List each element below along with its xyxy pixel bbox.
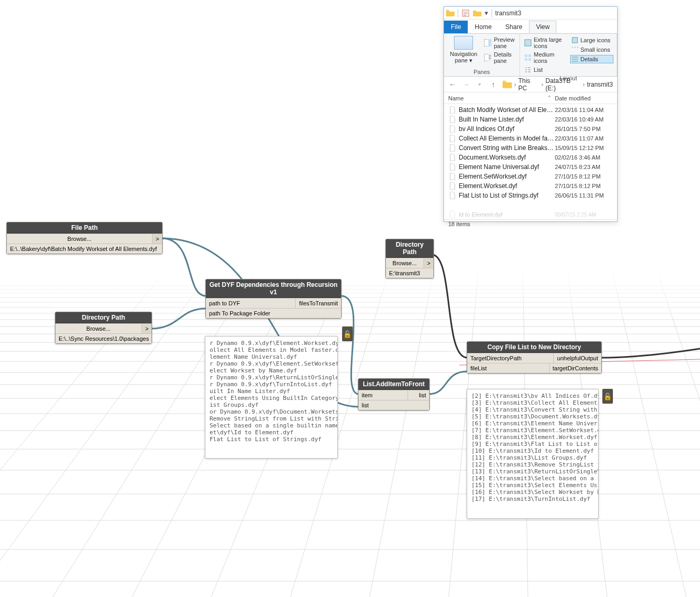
output-chevron[interactable]: > — [424, 258, 433, 268]
explorer-titlebar[interactable]: ▾ transmit3 — [444, 7, 617, 20]
browse-button[interactable]: Browse... — [55, 324, 142, 333]
browse-button[interactable]: Browse... — [7, 234, 153, 244]
node-get-dyf-dependencies[interactable]: Get DYF Dependencies through Recursion v… — [205, 279, 342, 319]
input-port-path-to-dyf[interactable]: path to DYF — [206, 298, 296, 308]
dynamo-canvas[interactable]: File Path Browse... > E:\..\Bakery\dyf\B… — [0, 0, 700, 597]
column-date-modified[interactable]: Date modified — [555, 95, 613, 101]
file-date: 26/06/15 11:31 PM — [555, 192, 613, 199]
directory-path-value: E:\transmit3 — [386, 268, 433, 278]
svg-rect-41 — [488, 39, 491, 46]
list-item[interactable]: Document.Worksets.dyf02/02/16 3:46 AM — [444, 153, 617, 162]
file-name: Collect All Elements in Model faster.dyf — [459, 135, 555, 142]
file-name: Document.Worksets.dyf — [459, 154, 555, 161]
navigation-pane-label: Navigation pane ▾ — [447, 51, 480, 64]
output-chevron[interactable]: > — [153, 234, 162, 244]
list-button[interactable]: List — [523, 66, 567, 74]
small-icons-button[interactable]: Small icons — [570, 45, 614, 54]
file-icon — [448, 210, 457, 219]
tab-file[interactable]: File — [444, 21, 468, 33]
file-path-value: E:\..\Bakery\dyf\Batch Modify Workset of… — [7, 244, 162, 254]
navigation-pane-button[interactable]: Navigation pane ▾ — [447, 36, 480, 64]
tab-share[interactable]: Share — [498, 21, 529, 33]
ribbon-group-panes-label: Panes — [447, 68, 516, 75]
list-item[interactable]: Element.Workset.dyf27/10/15 8:12 PM — [444, 181, 617, 191]
folder-icon — [446, 9, 455, 17]
file-date: 27/10/15 8:12 PM — [555, 183, 613, 189]
separator — [458, 9, 458, 17]
tab-home[interactable]: Home — [468, 21, 498, 33]
svg-rect-44 — [525, 40, 531, 46]
input-port-file-list[interactable]: fileList — [467, 363, 550, 373]
file-list[interactable]: Batch Modify Workset of All Elements.dyf… — [444, 104, 617, 210]
list-item[interactable]: Batch Modify Workset of All Elements.dyf… — [444, 105, 617, 115]
column-headers[interactable]: Name ˄ Date modified — [444, 92, 617, 104]
file-date: 22/03/16 10:49 AM — [555, 116, 613, 123]
node-copy-file-list[interactable]: Copy File List to New Directory TargetDi… — [467, 341, 602, 374]
file-name: bv All Indices Of.dyf — [459, 125, 555, 133]
output-port-files-to-transmit[interactable]: filesToTransmit — [296, 298, 341, 308]
column-name[interactable]: Name ˄ — [448, 95, 555, 101]
list-item-truncated: Id to Element.dyf 00/07/15 2:25 AM — [444, 210, 617, 219]
svg-rect-46 — [528, 54, 531, 57]
details-view-button[interactable]: Details — [570, 55, 614, 63]
properties-icon[interactable] — [461, 9, 470, 17]
list-item[interactable]: bv All Indices Of.dyf26/10/15 7:50 PM — [444, 124, 617, 134]
medium-icons-icon — [524, 54, 532, 61]
details-view-icon — [571, 55, 579, 63]
list-item[interactable]: Collect All Elements in Model faster.dyf… — [444, 134, 617, 143]
file-icon — [448, 182, 457, 190]
node-list-additemtofront[interactable]: List.AddItemToFront item list list — [358, 378, 430, 411]
large-icons-button[interactable]: Large icons — [570, 36, 614, 44]
list-item[interactable]: Element Name Universal.dyf24/07/15 8:23 … — [444, 162, 617, 172]
file-name: Convert String with Line Breaks into Lis… — [459, 144, 555, 152]
directory-path-value: E:\..\Sync Resources\1.0\packages — [55, 333, 152, 343]
details-pane-button[interactable]: Details pane — [483, 51, 516, 64]
medium-icons-button[interactable]: Medium icons — [523, 51, 567, 64]
output-port-list[interactable]: list — [408, 390, 429, 400]
file-icon — [448, 144, 457, 152]
file-date: 27/10/15 8:12 PM — [555, 173, 613, 180]
recent-locations-button[interactable]: ▾ — [476, 81, 484, 87]
qat-dropdown-icon[interactable]: ▾ — [485, 9, 488, 17]
output-chevron[interactable]: > — [142, 324, 152, 333]
address-bar: ← → ▾ ↑ › This PC› Data3TB (E:)› transmi… — [444, 77, 617, 92]
node-file-path[interactable]: File Path Browse... > E:\..\Bakery\dyf\B… — [6, 222, 163, 254]
sort-indicator-icon: ˄ — [548, 95, 551, 101]
explorer-window[interactable]: ▾ transmit3 File Home Share View Navigat… — [443, 6, 618, 222]
tab-view[interactable]: View — [529, 21, 556, 33]
forward-button[interactable]: → — [462, 80, 470, 89]
input-port-item[interactable]: item — [358, 390, 408, 400]
node-title: List.AddItemToFront — [358, 379, 429, 390]
list-item[interactable]: Flat List to List of Strings.dyf26/06/15… — [444, 191, 617, 200]
node-directory-path-packages[interactable]: Directory Path Browse... > E:\..\Sync Re… — [55, 312, 152, 344]
preview-output-deps: r Dynamo 0.9.x\dyf\Element.Workset.dyf o… — [205, 336, 338, 459]
folder-small-icon[interactable] — [473, 9, 481, 17]
output-port-unhelpful-output[interactable]: unhelpfulOutput — [554, 353, 601, 363]
file-icon — [448, 106, 457, 114]
node-directory-path-transmit[interactable]: Directory Path Browse... > E:\transmit3 — [385, 239, 434, 278]
input-port-path-to-package-folder[interactable]: path To Package Folder — [206, 309, 341, 318]
file-icon — [448, 153, 457, 162]
file-date: 15/09/15 12:12 PM — [555, 145, 613, 151]
browse-button[interactable]: Browse... — [386, 258, 424, 268]
list-item[interactable]: Element.SetWorkset.dyf27/10/15 8:12 PM — [444, 172, 617, 181]
preview-pane-button[interactable]: Preview pane — [483, 36, 516, 50]
list-item[interactable]: Built In Name Lister.dyf22/03/16 10:49 A… — [444, 115, 617, 124]
breadcrumb[interactable]: › This PC› Data3TB (E:)› transmit3 — [503, 77, 613, 92]
breadcrumb-folder: transmit3 — [587, 81, 613, 88]
output-port-target-dir-contents[interactable]: targetDirContents — [550, 363, 601, 373]
input-port-list[interactable]: list — [358, 400, 429, 410]
node-title: Get DYF Dependencies through Recursion v… — [206, 279, 341, 298]
file-icon — [448, 125, 457, 133]
preview-pin-icon[interactable]: 🔓 — [602, 389, 613, 404]
list-item[interactable]: Convert String with Line Breaks into Lis… — [444, 143, 617, 153]
back-button[interactable]: ← — [448, 80, 457, 89]
svg-rect-50 — [572, 46, 573, 48]
up-button[interactable]: ↑ — [489, 80, 497, 89]
svg-rect-49 — [572, 38, 578, 43]
extra-large-icons-button[interactable]: Extra large icons — [523, 36, 567, 50]
file-icon — [448, 115, 457, 124]
preview-pin-icon[interactable]: 🔓 — [342, 327, 353, 341]
svg-rect-52 — [577, 46, 579, 48]
input-port-target-directory-path[interactable]: TargetDirectoryPath — [467, 353, 554, 363]
